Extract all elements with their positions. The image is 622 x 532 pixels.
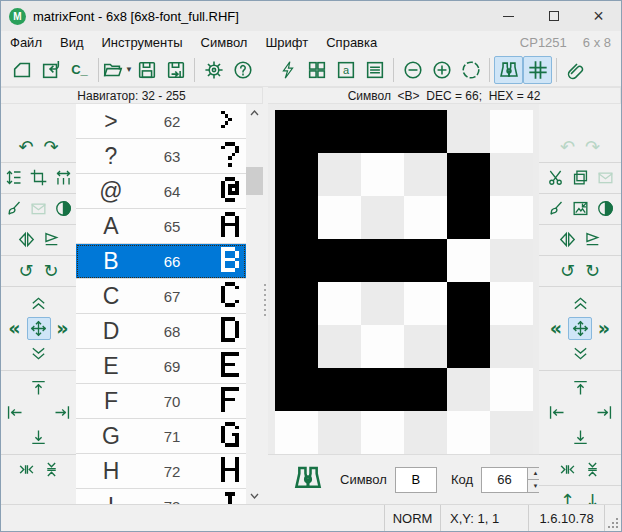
pixel-cell-7-1[interactable] xyxy=(275,368,318,411)
show-grid-button[interactable] xyxy=(523,56,552,84)
align-top-button[interactable] xyxy=(568,376,592,399)
flip-horizontal-button[interactable] xyxy=(14,228,38,251)
pixel-cell-7-2[interactable] xyxy=(318,368,361,411)
menu-item-5[interactable]: Справка xyxy=(317,31,386,53)
align-left-button[interactable] xyxy=(3,401,27,424)
pixel-cell-1-2[interactable] xyxy=(318,110,361,153)
char-list-row-68[interactable]: D68 xyxy=(76,314,246,349)
menu-item-3[interactable]: Символ xyxy=(192,31,257,53)
pixel-cell-4-2[interactable] xyxy=(318,239,361,282)
shear-button[interactable] xyxy=(581,228,605,251)
char-list-row-63[interactable]: ?63 xyxy=(76,139,246,174)
pixel-cell-5-1[interactable] xyxy=(275,282,318,325)
pixel-cell-8-6[interactable] xyxy=(490,411,533,454)
pixel-cell-5-6[interactable] xyxy=(490,282,533,325)
align-left-button[interactable] xyxy=(544,401,568,424)
pixel-cell-1-5[interactable] xyxy=(447,110,490,153)
nav-down-button[interactable] xyxy=(27,342,51,365)
crop-button[interactable] xyxy=(27,166,51,189)
zoom-fit-button[interactable] xyxy=(456,56,485,84)
nav-right-button[interactable]: » xyxy=(592,317,616,340)
pixel-cell-6-2[interactable] xyxy=(318,325,361,368)
align-right-button[interactable] xyxy=(51,401,75,424)
shear-button[interactable] xyxy=(39,228,63,251)
save-as-button[interactable] xyxy=(161,56,190,84)
list-scrollbar[interactable] xyxy=(246,104,263,504)
minimize-button[interactable] xyxy=(486,1,531,31)
pixel-cell-7-6[interactable] xyxy=(490,368,533,411)
col-width-button[interactable] xyxy=(52,166,76,189)
open-folder-button[interactable]: ▼ xyxy=(103,56,132,84)
pixel-cell-3-3[interactable] xyxy=(361,196,404,239)
settings-gear-button[interactable] xyxy=(199,56,228,84)
rotate-right-button[interactable]: ↻ xyxy=(581,259,605,282)
pixel-cell-8-3[interactable] xyxy=(361,411,404,454)
nav-left-button[interactable]: « xyxy=(3,317,27,340)
pixel-cell-6-1[interactable] xyxy=(275,325,318,368)
cut-button[interactable] xyxy=(543,166,567,189)
redo-button[interactable]: ↷ xyxy=(39,135,63,158)
shape-new-button[interactable] xyxy=(7,56,36,84)
squeeze-h-button[interactable] xyxy=(556,458,580,481)
pixel-cell-2-3[interactable] xyxy=(361,153,404,196)
tiles-button[interactable] xyxy=(302,56,331,84)
zoom-in-button[interactable] xyxy=(427,56,456,84)
shift-down-button[interactable]: ↓ xyxy=(581,489,605,504)
char-list-row-64[interactable]: @64 xyxy=(76,174,246,209)
invert-circle-button[interactable] xyxy=(593,197,617,220)
pixel-cell-8-4[interactable] xyxy=(404,411,447,454)
lightning-button[interactable] xyxy=(273,56,302,84)
pixel-cell-3-6[interactable] xyxy=(490,196,533,239)
import-button[interactable] xyxy=(36,56,65,84)
pixel-cell-4-3[interactable] xyxy=(361,239,404,282)
move-button[interactable] xyxy=(27,317,51,340)
char-list-row-67[interactable]: C67 xyxy=(76,279,246,314)
pixel-cell-2-2[interactable] xyxy=(318,153,361,196)
pixel-cell-5-5[interactable] xyxy=(447,282,490,325)
pixel-cell-2-5[interactable] xyxy=(447,153,490,196)
nav-right-button[interactable]: » xyxy=(51,317,75,340)
pixel-cell-7-4[interactable] xyxy=(404,368,447,411)
undo-button[interactable]: ↶ xyxy=(14,135,38,158)
pixel-cell-5-2[interactable] xyxy=(318,282,361,325)
char-list-row-65[interactable]: A65 xyxy=(76,209,246,244)
char-list-row-72[interactable]: H72 xyxy=(76,454,246,489)
char-list-row-69[interactable]: E69 xyxy=(76,349,246,384)
flip-horizontal-button[interactable] xyxy=(556,228,580,251)
clear-c-button[interactable]: C_ xyxy=(65,56,94,84)
pixel-cell-2-1[interactable] xyxy=(275,153,318,196)
help-button[interactable] xyxy=(228,56,257,84)
pixel-cell-4-5[interactable] xyxy=(447,239,490,282)
maximize-button[interactable] xyxy=(531,1,576,31)
char-list-row-66[interactable]: B66 xyxy=(76,244,246,279)
pixel-cell-4-1[interactable] xyxy=(275,239,318,282)
pixel-cell-3-2[interactable] xyxy=(318,196,361,239)
list-view-button[interactable] xyxy=(360,56,389,84)
pixel-cell-3-5[interactable] xyxy=(447,196,490,239)
copy-button[interactable] xyxy=(568,166,592,189)
pixel-cell-3-4[interactable] xyxy=(404,196,447,239)
pixel-cell-1-1[interactable] xyxy=(275,110,318,153)
pixel-cell-8-1[interactable] xyxy=(275,411,318,454)
pixel-cell-8-5[interactable] xyxy=(447,411,490,454)
align-bottom-button[interactable] xyxy=(27,426,51,449)
scroll-track[interactable] xyxy=(246,121,263,487)
pixel-cell-8-2[interactable] xyxy=(318,411,361,454)
char-list-row-73[interactable]: I73 xyxy=(76,489,246,504)
menu-item-2[interactable]: Инструменты xyxy=(93,31,192,53)
pixel-cell-1-4[interactable] xyxy=(404,110,447,153)
close-button[interactable]: × xyxy=(576,1,621,31)
pixel-cell-6-5[interactable] xyxy=(447,325,490,368)
rotate-left-button[interactable]: ↺ xyxy=(556,259,580,282)
squeeze-h-button[interactable] xyxy=(14,458,38,481)
preview-binoculars-button[interactable] xyxy=(494,56,523,84)
row-height-button[interactable] xyxy=(2,166,26,189)
rotate-right-button[interactable]: ↻ xyxy=(39,259,63,282)
pixel-cell-4-6[interactable] xyxy=(490,239,533,282)
code-value[interactable]: 66 xyxy=(481,467,527,493)
panel-splitter[interactable] xyxy=(263,104,268,504)
scroll-down-button[interactable] xyxy=(246,487,263,504)
squeeze-v-button[interactable] xyxy=(39,458,63,481)
nav-down-button[interactable] xyxy=(568,342,592,365)
rotate-left-button[interactable]: ↺ xyxy=(14,259,38,282)
